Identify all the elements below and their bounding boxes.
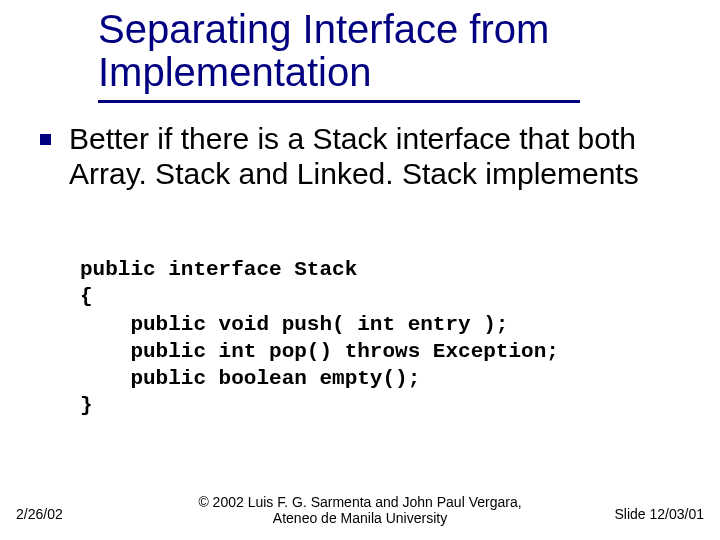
footer-copyright-line1: © 2002 Luis F. G. Sarmenta and John Paul… bbox=[0, 495, 720, 510]
bullet-text: Better if there is a Stack interface tha… bbox=[69, 122, 690, 191]
slide: Separating Interface from Implementation… bbox=[0, 0, 720, 540]
bullet-square-icon bbox=[40, 134, 51, 145]
slide-title: Separating Interface from Implementation bbox=[98, 8, 688, 94]
footer-copyright: © 2002 Luis F. G. Sarmenta and John Paul… bbox=[0, 495, 720, 526]
footer-slide-number: Slide 12/03/01 bbox=[614, 506, 704, 522]
title-underline bbox=[98, 100, 580, 103]
code-block: public interface Stack { public void pus… bbox=[80, 256, 559, 420]
footer-copyright-line2: Ateneo de Manila University bbox=[0, 511, 720, 526]
bullet-item: Better if there is a Stack interface tha… bbox=[40, 122, 690, 191]
